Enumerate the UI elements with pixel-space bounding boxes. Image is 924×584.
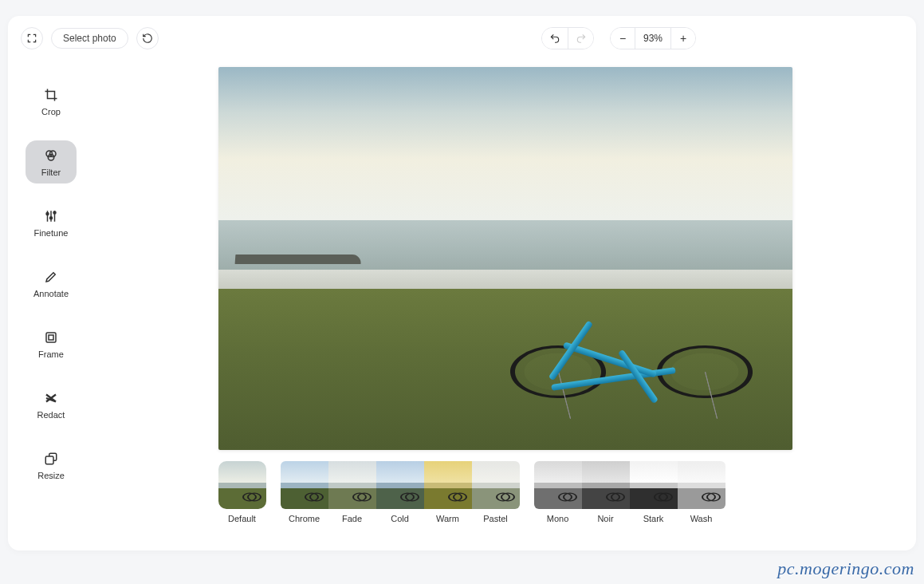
topbar: Select photo − 93% + <box>8 16 916 61</box>
crop-icon <box>44 88 58 102</box>
watermark-text: pc.mogeringo.com <box>777 558 914 579</box>
tool-label: Redact <box>37 410 65 420</box>
filter-label: Default <box>228 514 256 523</box>
filter-label: Cold <box>391 514 409 523</box>
filter-default[interactable]: Default <box>218 461 266 523</box>
filter-label: Warm <box>436 514 459 523</box>
filter-cold[interactable]: Cold <box>376 461 424 523</box>
revert-icon <box>142 33 153 44</box>
photo-preview <box>218 67 792 450</box>
strip-fade <box>761 461 792 507</box>
undo-redo-group <box>541 27 594 49</box>
filter-mono[interactable]: Mono <box>534 461 582 523</box>
select-photo-button[interactable]: Select photo <box>51 28 128 49</box>
zoom-level[interactable]: 93% <box>635 28 671 49</box>
tool-label: Finetune <box>34 228 69 238</box>
fullscreen-icon <box>26 33 37 44</box>
tool-label: Filter <box>41 168 61 177</box>
annotate-icon <box>44 270 58 284</box>
zoom-out-button[interactable]: − <box>611 28 635 49</box>
tool-finetune[interactable]: Finetune <box>26 201 77 244</box>
redo-button[interactable] <box>568 28 593 49</box>
undo-icon <box>549 33 560 44</box>
filter-fade[interactable]: Fade <box>328 461 376 523</box>
editor-body: Crop Filter Finetune Annotate Frame Reda… <box>8 61 916 550</box>
svg-point-5 <box>53 211 56 214</box>
tool-resize[interactable]: Resize <box>26 444 77 487</box>
filter-label: Noir <box>597 514 613 523</box>
fullscreen-button[interactable] <box>21 27 43 49</box>
svg-rect-8 <box>45 456 53 464</box>
main-area: Default Chrome Fade Cold <box>94 61 916 550</box>
tool-label: Crop <box>41 107 61 116</box>
filter-label: Wash <box>690 514 713 523</box>
filter-strip: Default Chrome Fade Cold <box>218 461 792 523</box>
frame-icon <box>44 330 58 345</box>
zoom-in-button[interactable]: + <box>671 28 695 49</box>
filter-label: Chrome <box>289 514 320 523</box>
filter-group-default: Default <box>218 461 266 523</box>
filter-wash[interactable]: Wash <box>678 461 725 523</box>
tool-sidebar: Crop Filter Finetune Annotate Frame Reda… <box>8 61 94 550</box>
tool-redact[interactable]: Redact <box>26 383 77 426</box>
tool-label: Frame <box>38 349 64 359</box>
filter-warm[interactable]: Warm <box>424 461 472 523</box>
finetune-icon <box>44 209 58 223</box>
svg-rect-7 <box>49 335 53 340</box>
filter-group-color: Chrome Fade Cold Warm <box>281 461 520 523</box>
editor-panel: Select photo − 93% + Crop <box>8 16 916 550</box>
undo-button[interactable] <box>542 28 568 49</box>
tool-label: Annotate <box>33 289 69 298</box>
svg-point-4 <box>50 217 53 219</box>
tool-label: Resize <box>37 471 65 480</box>
tool-annotate[interactable]: Annotate <box>26 262 77 305</box>
filter-chrome[interactable]: Chrome <box>281 461 328 523</box>
bicycle-graphic <box>505 305 758 420</box>
filter-label: Fade <box>342 514 362 523</box>
tool-frame[interactable]: Frame <box>26 322 77 365</box>
filter-noir[interactable]: Noir <box>582 461 630 523</box>
svg-rect-6 <box>46 333 56 342</box>
filter-icon <box>44 148 58 163</box>
filter-pastel[interactable]: Pastel <box>472 461 520 523</box>
tool-crop[interactable]: Crop <box>26 80 77 123</box>
zoom-group: − 93% + <box>610 27 696 49</box>
svg-point-3 <box>46 213 49 215</box>
redact-icon <box>44 391 58 405</box>
photo-canvas[interactable] <box>218 67 792 450</box>
filter-label: Stark <box>643 514 664 523</box>
svg-point-2 <box>48 155 54 161</box>
redo-icon <box>576 33 587 44</box>
filter-group-mono: Mono Noir Stark Wash <box>534 461 725 523</box>
resize-icon <box>44 452 58 466</box>
filter-stark[interactable]: Stark <box>630 461 678 523</box>
tool-filter[interactable]: Filter <box>26 140 77 183</box>
filter-label: Mono <box>547 514 569 523</box>
revert-button[interactable] <box>136 27 159 49</box>
filter-label: Pastel <box>483 514 508 523</box>
